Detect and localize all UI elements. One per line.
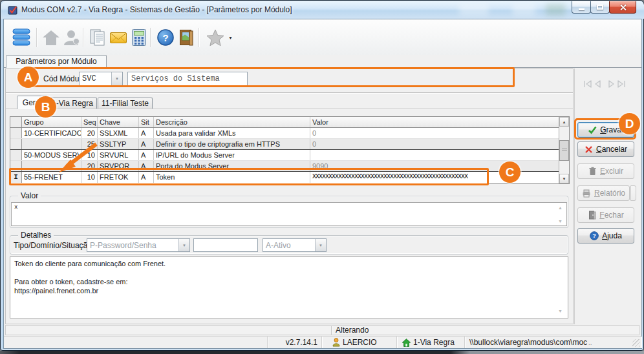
report-button-disabled: Relatório <box>577 185 630 201</box>
scroll-down-icon[interactable]: ▼ <box>559 174 569 183</box>
prev-record-icon <box>596 81 600 87</box>
screenshot-stage: Modus COM v2.7 - Via Regra - Sistemas de… <box>0 0 644 354</box>
cell-seq[interactable]: 10 <box>81 150 98 160</box>
cell-descricao[interactable]: Usada para validar XMLs <box>154 128 310 138</box>
cell-chave[interactable]: SSLXML <box>98 128 139 138</box>
cell-descricao[interactable]: Porta do Modus Server <box>154 161 310 171</box>
table-row-selected[interactable]: I 55-FRENET 10 FRETOK A Token XXXXXXXXXX… <box>10 172 559 183</box>
help-button[interactable]: ? <box>155 27 176 48</box>
situacao-combo-disabled: A-Ativo <box>263 238 327 252</box>
status-company-name: 1-Via Regra <box>413 338 455 347</box>
titlebar[interactable]: Modus COM v2.7 - Via Regra - Sistemas de… <box>1 1 644 19</box>
grid-indicator-header <box>10 117 22 127</box>
table-row[interactable]: 25 SSLTYP A Definir o tipo de criptograf… <box>10 139 559 150</box>
help-button-label: Ajuda <box>602 231 622 240</box>
scroll-up-icon[interactable]: ▲ <box>559 117 569 127</box>
page-tab[interactable]: Parâmetros por Módulo <box>6 55 107 68</box>
cell-seq[interactable]: 20 <box>81 161 98 171</box>
cell-sit[interactable]: A <box>139 172 154 183</box>
col-sit[interactable]: Sit <box>139 117 154 127</box>
status-version: v2.7.14.1 <box>268 337 322 348</box>
cell-sit[interactable]: A <box>139 161 154 171</box>
valor-textarea[interactable]: x <box>11 202 567 226</box>
cell-sit[interactable]: A <box>139 139 154 149</box>
delete-button-label: Excluir <box>600 167 623 176</box>
dominio-field[interactable] <box>193 238 258 252</box>
window-title: Modus COM v2.7 - Via Regra - Sistemas de… <box>21 1 292 19</box>
cancel-button[interactable]: Cancelar <box>577 141 634 157</box>
col-descricao[interactable]: Descrição <box>154 117 310 127</box>
cell-grupo[interactable]: 55-FRENET <box>22 172 81 183</box>
app-status-bar: v2.7.14.1 LAERCIO 1-Via Regra \\bullock\… <box>4 336 641 348</box>
col-chave[interactable]: Chave <box>98 117 139 127</box>
cell-grupo[interactable]: 10-CERTIFICADO <box>22 128 81 138</box>
cell-grupo[interactable]: 50-MODUS SERVER <box>22 150 81 160</box>
cell-chave[interactable]: SSLTYP <box>98 139 139 149</box>
cell-valor-token[interactable]: XXXXXXXXXXXXXXXXXXXXXXXXXXXXXXXXXXXXXXXX… <box>310 172 559 183</box>
cell-valor[interactable]: 0 <box>310 139 559 149</box>
minimize-button[interactable] <box>572 1 591 14</box>
help-description-textarea[interactable]: Token do cliente para comunicação com Fr… <box>10 256 568 318</box>
status-panel-empty <box>4 337 268 348</box>
cell-chave[interactable]: SRVPOR <box>98 161 139 171</box>
scroll-down-icon: ▼ <box>558 309 563 313</box>
resize-grip[interactable] <box>632 339 640 347</box>
col-seq[interactable]: Seq <box>81 117 98 127</box>
table-row[interactable]: 50-MODUS SERVER 10 SRVURL A IP/URL do Mo… <box>10 150 559 161</box>
maximize-button[interactable] <box>590 1 610 14</box>
cell-descricao[interactable]: IP/URL do Modus Server <box>154 150 310 160</box>
cell-chave[interactable]: SRVURL <box>98 150 139 160</box>
grid-scrollbar[interactable]: ▲ ▼ <box>559 117 569 183</box>
cell-sit[interactable]: A <box>139 150 154 160</box>
cell-sit[interactable]: A <box>139 128 154 138</box>
parameters-grid[interactable]: Grupo Seq Chave Sit Descrição Valor 10-C… <box>10 116 570 184</box>
calculator-button[interactable] <box>129 27 149 48</box>
cell-valor[interactable]: 9090 <box>310 161 559 171</box>
close-button[interactable] <box>609 1 636 14</box>
col-valor[interactable]: Valor <box>310 117 559 127</box>
next-record-icon <box>609 81 614 87</box>
chevron-down-icon[interactable] <box>111 72 122 85</box>
help-button-panel[interactable]: ? Ajuda <box>577 228 634 244</box>
exit-button[interactable] <box>176 27 197 48</box>
cell-valor[interactable]: 0 <box>310 128 559 138</box>
report-split-button-disabled <box>630 185 636 201</box>
cell-descricao[interactable]: Definir o tipo de criptografia em HTTPS <box>154 139 310 149</box>
cell-valor[interactable] <box>310 150 559 160</box>
mail-button[interactable] <box>108 27 129 48</box>
reports-button[interactable] <box>87 27 108 48</box>
module-code-combo[interactable]: SVC <box>79 72 123 86</box>
cell-seq[interactable]: 10 <box>81 172 98 183</box>
table-row[interactable]: 10-CERTIFICADO 20 SSLXML A Usada para va… <box>10 128 559 139</box>
report-icon <box>89 28 107 47</box>
col-grupo[interactable]: Grupo <box>22 117 81 127</box>
cell-grupo[interactable] <box>22 161 81 171</box>
form-status-bar: Alterando <box>5 325 639 335</box>
cell-descricao[interactable]: Token <box>154 172 310 183</box>
scrollbar-thumb[interactable] <box>559 140 569 161</box>
glass-blur-artifact <box>546 4 565 16</box>
tab-filial-teste[interactable]: 11-Filial Teste <box>98 98 153 109</box>
table-row[interactable]: 20 SRVPOR A Porta do Modus Server 9090 <box>10 161 559 172</box>
close-form-button-label: Fechar <box>599 211 623 220</box>
status-user-name: LAERCIO <box>343 338 377 347</box>
row-indicator <box>10 161 22 171</box>
menu-button[interactable] <box>11 27 32 48</box>
delete-button-disabled: Excluir <box>577 163 634 179</box>
check-icon <box>588 126 597 134</box>
cancel-button-label: Cancelar <box>596 145 627 154</box>
mail-icon <box>109 30 127 45</box>
toolbar-separator <box>150 28 151 47</box>
edit-indicator: I <box>10 172 22 183</box>
cell-chave[interactable]: FRETOK <box>98 172 139 183</box>
favorites-dropdown-icon[interactable]: ▼ <box>228 36 233 40</box>
grid-header-row: Grupo Seq Chave Sit Descrição Valor <box>10 117 559 128</box>
door-icon <box>588 211 596 220</box>
cell-seq[interactable]: 25 <box>81 139 98 149</box>
cell-grupo[interactable] <box>22 139 81 149</box>
cell-seq[interactable]: 20 <box>81 128 98 138</box>
row-indicator <box>10 128 22 138</box>
annotation-badge-b: B <box>35 96 56 118</box>
help-icon: ? <box>590 231 599 240</box>
svg-text:?: ? <box>592 233 596 239</box>
